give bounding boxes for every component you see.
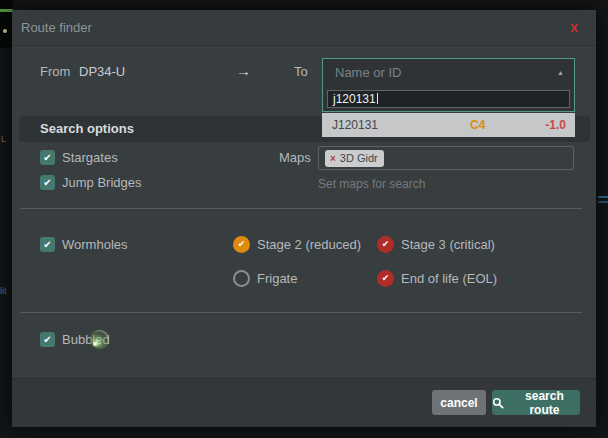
stage3-label: Stage 3 (critical) [401,237,495,253]
jump-bridges-label: Jump Bridges [62,175,141,191]
maps-label: Maps [279,150,311,166]
search-route-label: search route [509,389,580,417]
eol-label: End of life (EOL) [401,271,497,287]
suggestion-wh-class: C4 [470,113,485,137]
tag-remove-icon[interactable]: × [330,153,336,164]
from-value: DP34-U [79,64,125,80]
check-icon: ✔ [43,334,51,345]
to-search-value: j120131 [333,92,376,106]
route-finder-dialog: Route finder x From DP34-U → To Name or … [12,10,596,427]
stage3-checkbox[interactable]: ✔ [377,236,394,253]
stargates-checkbox[interactable]: ✔ [40,150,55,165]
check-icon: ✔ [43,239,51,250]
search-icon [492,397,504,409]
check-icon: ✔ [43,152,51,163]
to-label: To [294,64,308,80]
to-select-placeholder: Name or ID [335,59,401,86]
divider [20,312,582,313]
maps-tag: ×3D Gidr [325,150,384,167]
to-search-input[interactable]: j120131 [327,90,570,108]
suggestion-system-name: J120131 [332,113,378,137]
stage2-label: Stage 2 (reduced) [257,237,361,253]
check-icon: ✔ [43,177,51,188]
jump-bridges-checkbox[interactable]: ✔ [40,175,55,190]
maps-field[interactable]: ×3D Gidr [318,146,574,170]
dialog-title: Route finder [21,10,92,46]
bubble-icon [90,330,109,349]
wormholes-label: Wormholes [62,237,128,253]
text-cursor [377,93,378,104]
dialog-footer: cancel search route [12,378,596,427]
bubbled-checkbox[interactable]: ✔ [40,332,55,347]
cancel-button[interactable]: cancel [432,390,486,415]
from-label: From [40,64,70,80]
stargates-label: Stargates [62,150,118,166]
search-route-button[interactable]: search route [492,390,580,415]
divider [20,208,582,209]
eol-checkbox[interactable]: ✔ [377,270,394,287]
stage2-checkbox[interactable]: ✔ [233,236,250,253]
search-options-label: Search options [40,116,134,142]
frigate-checkbox[interactable]: ✔ [233,270,250,287]
to-select-toggle[interactable]: Name or ID ▲ [323,59,574,86]
check-icon: ✔ [238,239,246,249]
backdrop-dot [3,29,7,33]
check-icon: ✔ [382,239,390,249]
suggestion-row[interactable]: J120131 C4 -1.0 [322,113,575,137]
backdrop-stripe [598,196,608,198]
maps-hint: Set maps for search [318,176,425,192]
caret-up-icon: ▲ [557,69,564,76]
wormholes-checkbox[interactable]: ✔ [40,237,55,252]
maps-tag-label: 3D Gidr [340,152,378,164]
check-icon: ✔ [238,273,246,283]
dialog-header: Route finder x [12,10,596,46]
suggestion-security: -1.0 [545,113,566,137]
check-icon: ✔ [382,273,390,283]
close-icon[interactable]: x [566,10,582,46]
arrow-right-icon: → [236,62,251,79]
frigate-label: Frigate [257,271,297,287]
backdrop-text-fragment: L [1,134,6,144]
to-system-select[interactable]: Name or ID ▲ j120131 [322,58,575,112]
backdrop-stripe [598,201,608,203]
backdrop-text-fragment: lit [0,286,7,296]
